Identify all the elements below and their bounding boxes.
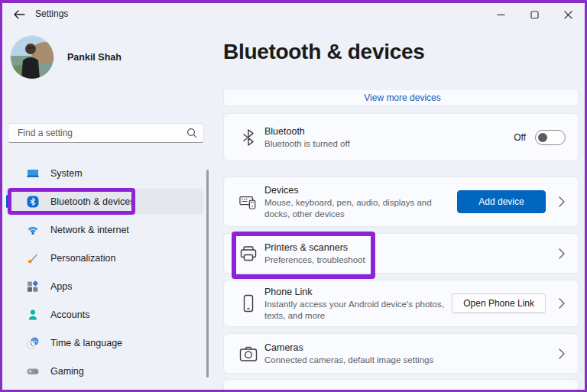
sidebar-item-label: Network & internet bbox=[50, 225, 129, 235]
open-phone-link-button[interactable]: Open Phone Link bbox=[452, 293, 546, 313]
bluetooth-card[interactable]: Bluetooth Bluetooth is turned off Off bbox=[223, 113, 579, 161]
camera-icon bbox=[239, 345, 258, 363]
card-title: Cameras bbox=[264, 342, 558, 355]
minimize-icon bbox=[497, 11, 505, 19]
chevron-right-icon bbox=[558, 348, 566, 359]
phone-icon bbox=[239, 294, 258, 313]
sidebar-item-apps[interactable]: Apps bbox=[6, 274, 203, 299]
bluetooth-outline-icon bbox=[239, 128, 258, 147]
bluetooth-toggle[interactable] bbox=[535, 130, 566, 145]
sidebar-item-time-language[interactable]: Time & language bbox=[6, 330, 203, 355]
card-subtitle: Preferences, troubleshoot bbox=[264, 254, 558, 266]
printers-scanners-card[interactable]: Printers & scanners Preferences, trouble… bbox=[223, 233, 579, 274]
network-icon bbox=[27, 224, 39, 236]
next-card-partial bbox=[223, 379, 579, 390]
card-subtitle: Connected cameras, default image setting… bbox=[264, 355, 558, 366]
sidebar-item-label: Gaming bbox=[50, 366, 84, 377]
toggle-state-label: Off bbox=[514, 132, 526, 143]
maximize-button[interactable] bbox=[517, 3, 551, 26]
user-profile[interactable]: Pankil Shah bbox=[11, 36, 122, 79]
sidebar-item-label: Bluetooth & devices bbox=[50, 196, 135, 207]
card-title: Phone Link bbox=[264, 286, 452, 299]
chevron-right-icon bbox=[558, 298, 566, 309]
time-language-icon bbox=[27, 337, 39, 349]
page-title: Bluetooth & devices bbox=[223, 40, 579, 64]
card-title: Printers & scanners bbox=[264, 241, 558, 254]
chevron-right-icon bbox=[558, 196, 566, 207]
search-icon bbox=[186, 128, 197, 138]
card-subtitle: Bluetooth is turned off bbox=[264, 138, 514, 150]
printer-icon bbox=[239, 245, 258, 263]
gaming-icon bbox=[27, 365, 39, 377]
sidebar-item-accounts[interactable]: Accounts bbox=[6, 302, 203, 327]
window-title: Settings bbox=[35, 8, 68, 19]
accounts-icon bbox=[27, 309, 39, 321]
sidebar-item-label: Accounts bbox=[50, 309, 89, 320]
avatar bbox=[11, 36, 54, 79]
user-name: Pankil Shah bbox=[67, 52, 122, 63]
devices-card[interactable]: Devices Mouse, keyboard, pen, audio, dis… bbox=[223, 177, 579, 227]
main-content: Bluetooth & devices View more devices Bl… bbox=[223, 24, 579, 390]
sidebar-item-personalization[interactable]: Personalization bbox=[6, 245, 203, 271]
system-icon bbox=[27, 167, 39, 180]
settings-window: Settings bbox=[2, 3, 585, 390]
devices-icon bbox=[239, 193, 258, 211]
sidebar-item-label: Time & language bbox=[50, 338, 122, 348]
sidebar-item-accessibility[interactable]: Accessibility bbox=[6, 387, 203, 390]
sidebar-item-bluetooth-devices[interactable]: Bluetooth & devices bbox=[6, 189, 203, 214]
close-button[interactable] bbox=[551, 3, 585, 26]
personalization-icon bbox=[27, 252, 39, 264]
bluetooth-icon bbox=[27, 196, 39, 208]
card-subtitle: Instantly access your Android device's p… bbox=[264, 299, 446, 322]
sidebar-item-gaming[interactable]: Gaming bbox=[6, 358, 203, 384]
back-arrow-icon bbox=[14, 10, 25, 19]
view-more-devices-link[interactable]: View more devices bbox=[364, 92, 441, 103]
maximize-icon bbox=[530, 11, 539, 19]
settings-cards: View more devices Bluetooth Bluetooth is… bbox=[223, 90, 579, 390]
card-subtitle: Mouse, keyboard, pen, audio, displays an… bbox=[264, 197, 457, 220]
minimize-button[interactable] bbox=[484, 3, 517, 26]
phone-link-card[interactable]: Phone Link Instantly access your Android… bbox=[223, 280, 579, 328]
sidebar-scrollbar[interactable] bbox=[206, 170, 209, 377]
card-title: Devices bbox=[264, 184, 457, 197]
chevron-right-icon bbox=[558, 248, 566, 259]
sidebar-item-label: Apps bbox=[50, 281, 73, 292]
sidebar-nav: System Bluetooth & devices Network & int… bbox=[6, 160, 203, 390]
close-icon bbox=[564, 11, 572, 19]
card-title: Bluetooth bbox=[264, 125, 514, 138]
cameras-card[interactable]: Cameras Connected cameras, default image… bbox=[223, 333, 579, 374]
toggle-knob bbox=[538, 133, 547, 142]
apps-icon bbox=[27, 280, 39, 293]
search-box[interactable] bbox=[8, 123, 204, 143]
back-button[interactable] bbox=[9, 5, 29, 24]
add-device-button[interactable]: Add device bbox=[457, 190, 546, 213]
search-input[interactable] bbox=[16, 127, 186, 139]
window-controls bbox=[484, 3, 585, 26]
titlebar: Settings bbox=[2, 3, 585, 26]
view-more-devices-card: View more devices bbox=[223, 90, 579, 106]
sidebar-item-label: System bbox=[50, 168, 83, 179]
sidebar-item-network-internet[interactable]: Network & internet bbox=[6, 217, 203, 242]
sidebar: Pankil Shah System Bluetooth & devices bbox=[2, 26, 218, 390]
sidebar-item-system[interactable]: System bbox=[6, 160, 203, 186]
sidebar-item-label: Personalization bbox=[50, 253, 115, 264]
